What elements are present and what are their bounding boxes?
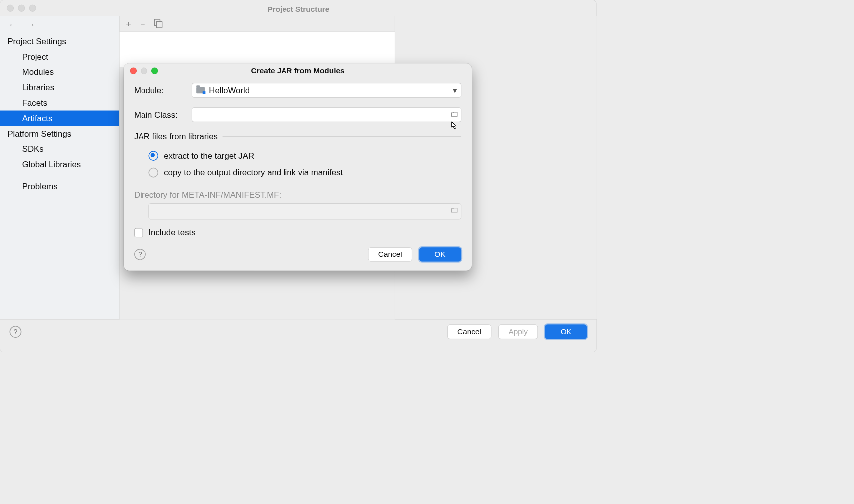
dialog-ok-button[interactable]: OK — [419, 247, 461, 261]
sidebar-nav: ← → — [0, 18, 119, 33]
artifacts-list — [120, 32, 395, 67]
close-icon[interactable] — [130, 68, 137, 74]
sidebar-group-platform-settings: Platform Settings — [0, 126, 119, 141]
browse-main-class-icon[interactable] — [450, 111, 458, 121]
include-tests-label: Include tests — [148, 228, 195, 238]
section-label: JAR files from libraries — [134, 131, 218, 141]
back-icon[interactable]: ← — [8, 21, 17, 28]
jar-libraries-section: JAR files from libraries — [134, 131, 461, 141]
help-icon[interactable]: ? — [134, 249, 146, 260]
sidebar-item-sdks[interactable]: SDKs — [0, 141, 119, 157]
checkbox-icon — [134, 228, 143, 237]
module-value: HelloWorld — [209, 85, 250, 95]
browse-dir-icon[interactable] — [450, 206, 458, 215]
main-class-input[interactable] — [192, 107, 461, 122]
module-label: Module: — [134, 85, 192, 95]
dialog-body: Module: HelloWorld ▾ Main Class: JAR fil… — [124, 79, 472, 238]
sidebar-item-facets[interactable]: Facets — [0, 95, 119, 111]
chevron-down-icon: ▾ — [453, 85, 457, 95]
module-icon — [196, 87, 205, 94]
minimize-icon — [141, 68, 147, 74]
maximize-icon[interactable] — [151, 68, 158, 74]
manifest-dir-label: Directory for META-INF/MANIFEST.MF: — [134, 190, 461, 200]
radio-label: copy to the output directory and link vi… — [164, 168, 343, 178]
cancel-button[interactable]: Cancel — [447, 324, 491, 339]
artifacts-toolbar: + − — [120, 16, 395, 32]
module-combobox[interactable]: HelloWorld ▾ — [192, 83, 461, 97]
copy-icon[interactable] — [154, 20, 161, 27]
window-traffic-lights — [7, 5, 36, 12]
dialog-title: Create JAR from Modules — [124, 66, 472, 75]
maximize-icon[interactable] — [29, 5, 36, 12]
create-jar-dialog: Create JAR from Modules Module: HelloWor… — [124, 63, 472, 271]
window-footer: ? Cancel Apply OK — [0, 320, 597, 344]
remove-icon[interactable]: − — [140, 18, 145, 29]
project-structure-window: Project Structure ← → Project Settings P… — [0, 0, 597, 352]
dialog-footer: ? Cancel OK — [124, 238, 472, 264]
radio-icon — [148, 168, 158, 178]
include-tests-row[interactable]: Include tests — [134, 228, 461, 238]
sidebar-item-libraries[interactable]: Libraries — [0, 80, 119, 95]
forward-icon[interactable]: → — [26, 21, 35, 28]
radio-icon — [148, 151, 158, 161]
minimize-icon[interactable] — [18, 5, 25, 12]
close-icon[interactable] — [7, 5, 14, 12]
manifest-dir-input — [148, 203, 461, 219]
window-title: Project Structure — [0, 2, 597, 14]
sidebar-group-project-settings: Project Settings — [0, 33, 119, 49]
ok-button[interactable]: OK — [545, 324, 587, 339]
sidebar-item-modules[interactable]: Modules — [0, 64, 119, 80]
sidebar-item-problems[interactable]: Problems — [0, 179, 119, 194]
add-icon[interactable]: + — [126, 18, 131, 29]
radio-extract[interactable]: extract to the target JAR — [134, 147, 461, 164]
section-rule — [223, 136, 461, 137]
module-row: Module: HelloWorld ▾ — [134, 83, 461, 97]
dialog-titlebar: Create JAR from Modules — [124, 63, 472, 79]
sidebar: ← → Project Settings Project Modules Lib… — [0, 16, 120, 319]
help-icon[interactable]: ? — [10, 326, 22, 338]
sidebar-item-global-libraries[interactable]: Global Libraries — [0, 157, 119, 172]
apply-button[interactable]: Apply — [498, 324, 538, 339]
sidebar-item-artifacts[interactable]: Artifacts — [0, 111, 119, 126]
sidebar-item-project[interactable]: Project — [0, 49, 119, 65]
radio-copy-link[interactable]: copy to the output directory and link vi… — [134, 164, 461, 181]
main-class-row: Main Class: — [134, 107, 461, 122]
dialog-traffic-lights — [130, 68, 158, 74]
dialog-cancel-button[interactable]: Cancel — [368, 247, 412, 261]
main-class-label: Main Class: — [134, 110, 192, 120]
window-titlebar: Project Structure — [0, 0, 597, 16]
radio-label: extract to the target JAR — [164, 151, 254, 161]
